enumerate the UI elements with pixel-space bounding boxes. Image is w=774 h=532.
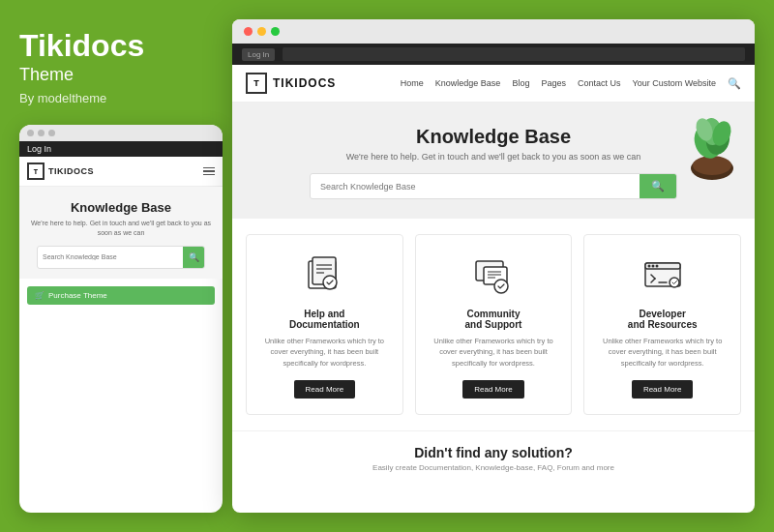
- site-logo-box: T: [246, 73, 267, 94]
- card-community-icon: [469, 251, 518, 299]
- mockup-logo-text: TIKIDOCS: [48, 166, 203, 176]
- cta-title: Didn't find any solution?: [252, 445, 735, 460]
- card-developer-title: Developerand Resources: [596, 309, 729, 330]
- browser-window: Log In T TIKIDOCS Home Knowledge Base Bl…: [232, 19, 755, 513]
- svg-point-27: [670, 278, 679, 287]
- mockup-purchase-label: Purchase Theme: [48, 291, 107, 300]
- card-help-btn[interactable]: Read More: [294, 380, 356, 399]
- brand-subtitle: Theme: [19, 65, 213, 85]
- card-help-icon: [300, 251, 348, 299]
- mockup-purchase-btn[interactable]: 🛒 Purchase Theme: [27, 286, 215, 305]
- nav-contact[interactable]: Contact Us: [578, 78, 621, 88]
- mockup-search-button[interactable]: 🔍: [183, 247, 204, 268]
- card-help-title: Help andDocumentation: [258, 309, 391, 330]
- nav-pages[interactable]: Pages: [541, 78, 566, 88]
- site-logo-icon: T: [253, 78, 259, 88]
- nav-home[interactable]: Home: [401, 78, 424, 88]
- browser-url-bar[interactable]: [283, 47, 745, 61]
- mockup-search-row: 🔍: [37, 246, 205, 269]
- site-nav: T TIKIDOCS Home Knowledge Base Blog Page…: [232, 65, 755, 103]
- mockup-hero-title: Knowledge Base: [29, 200, 213, 215]
- browser-addressbar: Log In: [232, 44, 755, 65]
- hamburger-icon[interactable]: [203, 167, 215, 176]
- hero-plant: [683, 112, 741, 180]
- browser-dot-green[interactable]: [271, 27, 280, 36]
- browser-dot-yellow[interactable]: [257, 27, 266, 36]
- mockup-dots: [19, 125, 223, 141]
- left-panel: Tikidocs Theme By modeltheme Log In T TI…: [0, 0, 232, 532]
- card-developer-icon: [639, 251, 687, 299]
- browser-wp-button[interactable]: Log In: [242, 48, 275, 61]
- hero-search-input[interactable]: [311, 176, 640, 197]
- card-help: Help andDocumentation Unlike other Frame…: [246, 234, 403, 415]
- hero-search-button[interactable]: 🔍: [640, 174, 676, 198]
- nav-custom[interactable]: Your Custom Website: [632, 78, 716, 88]
- mobile-mockup: Log In T TIKIDOCS 🛒 ☰ ✦ Knowledge Base W…: [19, 125, 223, 513]
- card-developer-btn[interactable]: Read More: [632, 380, 694, 399]
- mockup-topbar: Log In: [19, 141, 223, 157]
- mockup-search-input[interactable]: [38, 250, 183, 264]
- cta-subtitle: Easily create Documentation, Knowledge-b…: [252, 463, 735, 472]
- card-developer-desc: Unlike other Frameworks which try to cov…: [596, 336, 729, 369]
- brand-title: Tikidocs: [19, 29, 213, 63]
- dot-1: [27, 130, 34, 136]
- mockup-hero: Knowledge Base We're here to help. Get i…: [19, 187, 223, 279]
- svg-point-1: [693, 156, 731, 175]
- nav-blog[interactable]: Blog: [512, 78, 529, 88]
- svg-point-15: [494, 280, 508, 293]
- mockup-nav: T TIKIDOCS: [19, 157, 223, 187]
- mockup-hero-sub: We're here to help. Get in touch and we'…: [29, 219, 213, 238]
- browser-wp-label: Log In: [248, 50, 269, 59]
- mockup-purchase-icon: 🛒: [35, 291, 45, 300]
- mockup-topbar-label: Log In: [27, 144, 51, 154]
- hero-search-row: 🔍: [310, 173, 677, 199]
- svg-point-23: [655, 265, 658, 268]
- nav-search-icon[interactable]: 🔍: [728, 77, 741, 90]
- svg-point-12: [323, 276, 337, 289]
- dot-3: [48, 130, 55, 136]
- card-community: Communityand Support Unlike other Framew…: [415, 234, 573, 415]
- hamburger-line-3: [203, 174, 215, 176]
- card-help-desc: Unlike other Frameworks which try to cov…: [258, 336, 391, 369]
- site-logo-text: TIKIDOCS: [273, 76, 336, 90]
- mockup-logo-box: T: [27, 163, 45, 180]
- card-developer: Developerand Resources Unlike other Fram…: [583, 234, 741, 415]
- cards-section: Help andDocumentation Unlike other Frame…: [232, 219, 755, 430]
- card-community-title: Communityand Support: [428, 309, 560, 330]
- svg-point-22: [651, 265, 654, 268]
- browser-chrome: [232, 19, 755, 44]
- svg-point-21: [647, 265, 650, 268]
- bottom-cta: Didn't find any solution? Easily create …: [232, 430, 755, 482]
- dot-2: [38, 130, 45, 136]
- nav-knowledge-base[interactable]: Knowledge Base: [435, 78, 501, 88]
- hamburger-line-1: [203, 167, 215, 169]
- nav-links: Home Knowledge Base Blog Pages Contact U…: [401, 77, 741, 90]
- card-community-btn[interactable]: Read More: [462, 380, 524, 399]
- hero-title: Knowledge Base: [252, 126, 735, 148]
- brand-by: By modeltheme: [19, 91, 213, 105]
- mockup-logo-icon: T: [34, 168, 38, 175]
- hero-subtitle: We're here to help. Get in touch and we'…: [252, 152, 735, 162]
- hero-section: Knowledge Base We're here to help. Get i…: [232, 103, 755, 219]
- browser-dot-red[interactable]: [244, 27, 253, 36]
- hamburger-line-2: [203, 170, 215, 172]
- card-community-desc: Unlike other Frameworks which try to cov…: [428, 336, 560, 369]
